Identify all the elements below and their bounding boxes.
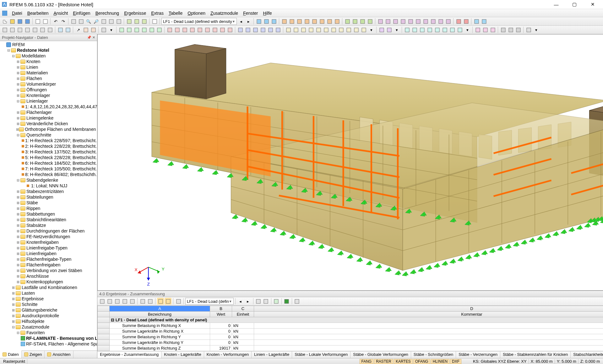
toolbar-button[interactable]: [126, 26, 133, 33]
status-toggle-fang[interactable]: FANG: [360, 359, 374, 364]
3d-viewport[interactable]: X Y Z: [97, 34, 603, 291]
toolbar-button[interactable]: [474, 26, 481, 33]
toolbar-button[interactable]: [351, 18, 358, 25]
tree-item[interactable]: ⊞Knoten: [1, 59, 97, 64]
toolbar-button[interactable]: [147, 298, 154, 305]
toolbar-button[interactable]: [133, 18, 140, 25]
toolbar-button[interactable]: [434, 26, 441, 33]
toolbar-button[interactable]: [303, 18, 310, 25]
tree-item[interactable]: 1: Lokal; NNN NJJ: [1, 183, 97, 189]
hdr-wert[interactable]: Wert: [210, 312, 232, 317]
tree-item[interactable]: ⊞Verbindung von zwei Stäben: [1, 268, 97, 273]
arrow-icon[interactable]: ↗: [75, 26, 82, 33]
menu-einfügen[interactable]: Einfügen: [70, 10, 93, 16]
menu-berechnung[interactable]: Berechnung: [93, 10, 122, 16]
result-row[interactable]: Summe Belastung in Richtung Z19017kN: [98, 345, 603, 351]
toolbar-button[interactable]: [129, 298, 136, 305]
result-row[interactable]: Summe Belastung in Richtung X0kN: [98, 323, 603, 329]
col-b[interactable]: B: [210, 306, 232, 312]
toolbar-button[interactable]: [500, 26, 507, 33]
toolbar-button[interactable]: [114, 298, 121, 305]
tree-item[interactable]: ⊞Knotenfreigaben: [1, 239, 97, 245]
result-row[interactable]: Summe Lagerkräfte in Richtung X0kN: [98, 329, 603, 334]
pin-icon[interactable]: 📌 ✕: [87, 35, 95, 40]
tree-item[interactable]: ⊟Stabendgelenke: [1, 177, 97, 183]
toolbar-combo[interactable]: LF1 - Dead Load (defined with density▼: [161, 18, 237, 25]
tree-item[interactable]: 1: 4,8,12,16,20,24,28,32,36,40,44,47,5..…: [1, 104, 97, 110]
toolbar-button[interactable]: [121, 298, 128, 305]
toolbar-button[interactable]: [175, 298, 182, 305]
results-tab[interactable]: Knoten - Lagerkräfte: [161, 351, 204, 358]
toolbar-button[interactable]: [430, 18, 437, 25]
toolbar-button[interactable]: [151, 18, 158, 25]
tree-item[interactable]: ⊞FE-Netzverdichtungen: [1, 234, 97, 239]
tree-item[interactable]: ⊞Knotenlager: [1, 93, 97, 98]
toolbar-button[interactable]: [445, 18, 452, 25]
tree-item[interactable]: ⊞Öffnungen: [1, 87, 97, 93]
toolbar-button[interactable]: [267, 26, 274, 33]
toolbar-button[interactable]: [360, 26, 367, 33]
status-toggle-raster[interactable]: RASTER: [374, 359, 393, 364]
toolbar-button[interactable]: [99, 298, 106, 305]
toolbar-button[interactable]: [353, 26, 360, 33]
results-grid[interactable]: A B C D Bezeichnung Wert Einheit Komment…: [97, 306, 603, 351]
hdr-einh[interactable]: Einheit: [232, 312, 254, 317]
toolbar-button[interactable]: [189, 26, 196, 33]
toolbar-button[interactable]: [16, 26, 23, 33]
result-row[interactable]: Summe Belastung in Richtung Y0kN: [98, 334, 603, 340]
toolbar-button[interactable]: [338, 26, 345, 33]
toolbar-button[interactable]: [108, 18, 115, 25]
toolbar-button[interactable]: [78, 18, 84, 25]
toolbar-button[interactable]: [141, 26, 148, 33]
toolbar-button[interactable]: [106, 298, 113, 305]
toolbar-button[interactable]: [525, 26, 532, 33]
tree-item[interactable]: ⊞Flächenfreigabe-Typen: [1, 256, 97, 262]
tree-item[interactable]: ⊞Knotenkopplungen: [1, 279, 97, 285]
toolbar-button[interactable]: [57, 26, 64, 33]
results-tab[interactable]: Knoten - Verformungen: [204, 351, 252, 358]
toolbar-button[interactable]: [326, 18, 333, 25]
nav-tab-daten[interactable]: Daten: [0, 351, 22, 358]
maximize-button[interactable]: ▢: [565, 0, 584, 9]
toolbar-button[interactable]: [100, 26, 107, 33]
toolbar-button[interactable]: [259, 26, 266, 33]
tree-item[interactable]: ⊟Favoriten: [1, 330, 97, 335]
toolbar-button[interactable]: [46, 26, 53, 33]
results-tab[interactable]: Ergebnisse - Zusammenfassung: [97, 351, 161, 358]
tree-item[interactable]: RF-LAMINATE - Bemessung von L...: [1, 335, 97, 341]
tree-item[interactable]: ⊟Querschnitte: [1, 132, 97, 138]
tree-item[interactable]: ⊞Flächenfreigaben: [1, 262, 97, 268]
toolbar-button[interactable]: ▾: [393, 26, 400, 33]
toolbar-button[interactable]: [133, 26, 140, 33]
toolbar-button[interactable]: [237, 26, 244, 33]
toolbar-button[interactable]: [455, 18, 462, 25]
results-tab[interactable]: Stäbe - Lokale Verformungen: [292, 351, 350, 358]
toolbar-button[interactable]: ▾: [368, 26, 375, 33]
toolbar-button[interactable]: [386, 26, 393, 33]
toolbar-button[interactable]: [64, 26, 71, 33]
results-tab[interactable]: Linien - Lagerkräfte: [252, 351, 292, 358]
toolbar-button[interactable]: [330, 26, 337, 33]
toolbar-button[interactable]: [489, 26, 496, 33]
toolbar-button[interactable]: [139, 298, 146, 305]
nav-tab-zeigen[interactable]: Zeigen: [22, 351, 45, 358]
toolbar-button[interactable]: [39, 26, 46, 33]
tree-item[interactable]: ⊞Volumenkörper: [1, 81, 97, 87]
toolbar-button[interactable]: [318, 18, 325, 25]
tree-item[interactable]: ⊞Ausdruckprotokolle: [1, 313, 97, 318]
toolbar-button[interactable]: [255, 18, 262, 25]
toolbar-button[interactable]: [100, 18, 107, 25]
close-button[interactable]: ✕: [584, 0, 602, 9]
tree-project[interactable]: ⊟Redstone Hotel: [1, 47, 97, 53]
tree-item[interactable]: ⊞Lasten: [1, 290, 97, 296]
tree-item[interactable]: 5: H-Rechteck 228/228; Brettschicht...: [1, 155, 97, 160]
toolbar-button[interactable]: ▾: [464, 26, 471, 33]
toolbar-button[interactable]: [270, 18, 277, 25]
toolbar-button[interactable]: [42, 18, 49, 25]
tree-item[interactable]: ⊞Linienfreigaben: [1, 251, 97, 256]
toolbar-button[interactable]: [449, 26, 456, 33]
toolbar-button[interactable]: [255, 298, 262, 305]
redo-icon[interactable]: ↷: [60, 18, 67, 25]
col-a[interactable]: A: [110, 306, 210, 312]
tree-root[interactable]: RFEM: [1, 42, 97, 47]
